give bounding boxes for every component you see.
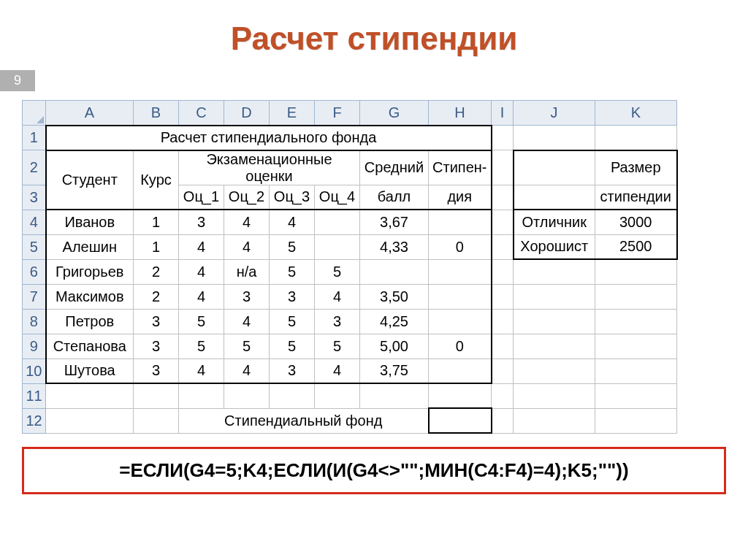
cell-o3[interactable]: 3 <box>270 358 315 383</box>
cell-avg[interactable] <box>360 259 429 284</box>
cell-o1[interactable]: 5 <box>179 309 224 334</box>
cell[interactable] <box>315 383 360 408</box>
col-header-B[interactable]: B <box>134 101 179 126</box>
col-header-K[interactable]: K <box>595 101 677 126</box>
cell-o3[interactable]: 4 <box>270 210 315 234</box>
row-header-4[interactable]: 4 <box>23 210 46 234</box>
cell-o1[interactable]: 4 <box>179 259 224 284</box>
cell-o4[interactable]: 5 <box>315 334 360 358</box>
cell[interactable] <box>514 408 595 433</box>
cell-oc4-header[interactable]: Оц_4 <box>315 185 360 210</box>
cell-exam-header[interactable]: Экзаменационные оценки <box>179 150 360 185</box>
cell[interactable] <box>492 210 514 234</box>
row-header-11[interactable]: 11 <box>23 383 46 408</box>
col-header-I[interactable]: I <box>492 101 514 126</box>
row-header-6[interactable]: 6 <box>23 259 46 284</box>
cell[interactable] <box>492 234 514 259</box>
cell[interactable] <box>492 383 514 408</box>
cell-o3[interactable]: 3 <box>270 284 315 309</box>
row-header-12[interactable]: 12 <box>23 408 46 433</box>
cell-stip[interactable]: 0 <box>429 334 492 358</box>
cell[interactable] <box>595 358 677 383</box>
cell[interactable] <box>492 126 514 150</box>
cell-o2[interactable]: 5 <box>224 334 270 358</box>
cell[interactable] <box>514 284 595 309</box>
cell-course[interactable]: 3 <box>134 358 179 383</box>
cell[interactable] <box>595 126 677 150</box>
cell-avg-header-top[interactable]: Средний <box>360 150 429 185</box>
cell[interactable] <box>492 358 514 383</box>
cell[interactable] <box>514 383 595 408</box>
cell-size-header-bot[interactable]: стипендии <box>595 185 677 210</box>
row-header-8[interactable]: 8 <box>23 309 46 334</box>
cell[interactable] <box>46 383 134 408</box>
col-header-C[interactable]: C <box>179 101 224 126</box>
cell-o1[interactable]: 4 <box>179 358 224 383</box>
cell[interactable] <box>179 383 224 408</box>
cell[interactable] <box>492 408 514 433</box>
cell-o3[interactable]: 5 <box>270 309 315 334</box>
col-header-D[interactable]: D <box>224 101 270 126</box>
cell-o4[interactable]: 3 <box>315 309 360 334</box>
cell[interactable] <box>46 408 134 433</box>
col-header-J[interactable]: J <box>514 101 595 126</box>
cell-o2[interactable]: 3 <box>224 284 270 309</box>
cell[interactable] <box>595 284 677 309</box>
cell-course[interactable]: 2 <box>134 259 179 284</box>
row-header-3[interactable]: 3 <box>23 185 46 210</box>
cell-good-label[interactable]: Хорошист <box>514 234 595 259</box>
cell-stip[interactable] <box>429 358 492 383</box>
cell-avg[interactable]: 4,25 <box>360 309 429 334</box>
cell-fund-label[interactable]: Стипендиальный фонд <box>179 408 429 433</box>
cell[interactable] <box>492 334 514 358</box>
cell[interactable] <box>514 185 595 210</box>
cell-title[interactable]: Расчет стипендиального фонда <box>46 126 492 150</box>
cell-o1[interactable]: 3 <box>179 210 224 234</box>
row-header-9[interactable]: 9 <box>23 334 46 358</box>
cell[interactable] <box>595 383 677 408</box>
cell-stip-header-bot[interactable]: дия <box>429 185 492 210</box>
cell-o4[interactable]: 5 <box>315 259 360 284</box>
cell-excellent-val[interactable]: 3000 <box>595 210 677 234</box>
cell-o2[interactable]: 4 <box>224 210 270 234</box>
col-header-F[interactable]: F <box>315 101 360 126</box>
cell-oc1-header[interactable]: Оц_1 <box>179 185 224 210</box>
cell[interactable] <box>514 259 595 284</box>
cell-course[interactable]: 3 <box>134 334 179 358</box>
row-header-7[interactable]: 7 <box>23 284 46 309</box>
cell[interactable] <box>270 383 315 408</box>
cell-o4[interactable]: 4 <box>315 284 360 309</box>
cell-stip[interactable] <box>429 284 492 309</box>
cell-course[interactable]: 1 <box>134 234 179 259</box>
cell-avg[interactable]: 3,75 <box>360 358 429 383</box>
cell-o2[interactable]: 4 <box>224 358 270 383</box>
select-all-corner[interactable] <box>23 101 46 126</box>
col-header-E[interactable]: E <box>270 101 315 126</box>
cell-avg[interactable]: 5,00 <box>360 334 429 358</box>
cell-o2[interactable]: н/а <box>224 259 270 284</box>
cell-avg[interactable]: 4,33 <box>360 234 429 259</box>
cell[interactable] <box>514 309 595 334</box>
cell-o1[interactable]: 4 <box>179 234 224 259</box>
cell-name[interactable]: Степанова <box>46 334 134 358</box>
cell[interactable] <box>492 309 514 334</box>
cell-avg[interactable]: 3,67 <box>360 210 429 234</box>
cell-name[interactable]: Шутова <box>46 358 134 383</box>
cell-student-header[interactable]: Студент <box>46 150 134 210</box>
cell-name[interactable]: Григорьев <box>46 259 134 284</box>
cell-avg[interactable]: 3,50 <box>360 284 429 309</box>
cell-stip[interactable] <box>429 309 492 334</box>
row-header-10[interactable]: 10 <box>23 358 46 383</box>
cell[interactable] <box>360 383 429 408</box>
cell-course-header[interactable]: Курс <box>134 150 179 210</box>
cell-oc3-header[interactable]: Оц_3 <box>270 185 315 210</box>
cell[interactable] <box>492 284 514 309</box>
cell-oc2-header[interactable]: Оц_2 <box>224 185 270 210</box>
cell-excellent-label[interactable]: Отличник <box>514 210 595 234</box>
cell-o3[interactable]: 5 <box>270 259 315 284</box>
cell[interactable] <box>429 383 492 408</box>
cell[interactable] <box>134 408 179 433</box>
cell-o1[interactable]: 5 <box>179 334 224 358</box>
cell-avg-header-bot[interactable]: балл <box>360 185 429 210</box>
cell[interactable] <box>514 358 595 383</box>
